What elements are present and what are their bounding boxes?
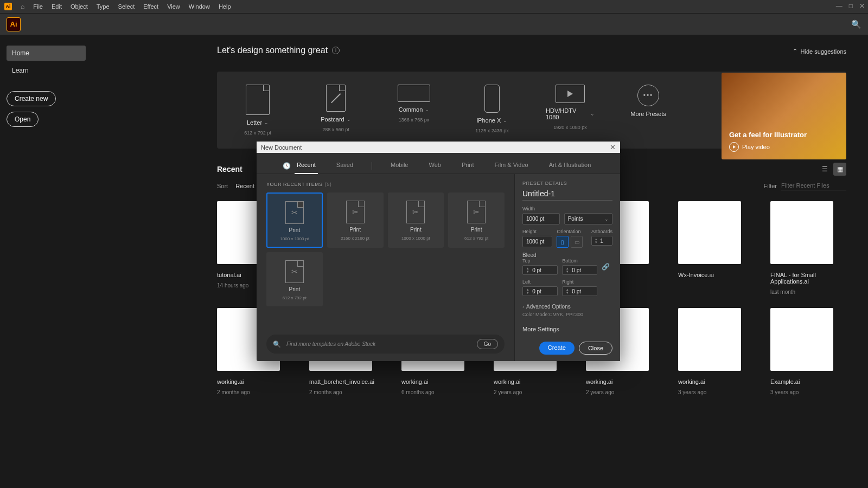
artboards-label: Artboards (591, 229, 612, 234)
preset-hdtv[interactable]: HDV/HDTV 1080⌄ 1920 x 1080 px (546, 85, 595, 130)
file-name: Wx-Invoice.ai (678, 272, 754, 278)
recent-preset-item[interactable]: ✂ Print 1000 x 1000 pt (266, 192, 323, 248)
menu-object[interactable]: Object (71, 3, 88, 10)
file-time: 3 years ago (770, 389, 846, 395)
home-icon[interactable]: ⌂ (21, 3, 24, 10)
recent-preset-item[interactable]: ✂ Print 2160 x 2160 pt (327, 192, 384, 248)
open-button[interactable]: Open (7, 112, 39, 127)
menu-help[interactable]: Help (219, 3, 231, 10)
recent-preset-item[interactable]: ✂ Print 1000 x 1000 pt (388, 192, 444, 248)
preset-iphone[interactable]: iPhone X⌄ 1125 x 2436 px (468, 85, 516, 133)
file-name: matt_borchert_invoice.ai (309, 378, 385, 385)
tab-print[interactable]: Print (459, 158, 476, 174)
preset-doc-icon: ✂ (467, 201, 486, 223)
modal-titlebar: New Document ✕ (257, 142, 620, 153)
file-name: Example.ai (770, 378, 846, 385)
file-name: FINAL - for Small Applications.ai (770, 272, 846, 285)
recent-file[interactable]: working.ai 3 years ago (678, 308, 754, 395)
more-presets[interactable]: ••• More Presets (624, 85, 673, 117)
preset-doc-icon: ✂ (346, 201, 365, 223)
chevron-down-icon: ⌄ (347, 117, 351, 122)
width-input[interactable] (522, 213, 560, 224)
more-settings[interactable]: More Settings (522, 326, 612, 332)
close-icon[interactable]: ✕ (859, 2, 865, 10)
tab-web[interactable]: Web (426, 158, 443, 174)
preset-letter[interactable]: Letter⌄ 612 x 792 pt (233, 85, 282, 136)
maximize-icon[interactable]: □ (849, 2, 853, 10)
preset-doc-icon: ✂ (285, 201, 304, 224)
sidebar-home[interactable]: Home (7, 46, 86, 61)
orientation-portrait[interactable]: ▯ (557, 236, 569, 248)
artboards-input[interactable]: ▴▾ (591, 236, 612, 246)
width-label: Width (522, 206, 560, 211)
modal-close-icon[interactable]: ✕ (610, 143, 616, 151)
file-name: working.ai (678, 378, 754, 385)
menu-window[interactable]: Window (189, 3, 210, 10)
recent-file[interactable]: FINAL - for Small Applications.ai last m… (770, 201, 846, 295)
height-input[interactable] (522, 236, 552, 247)
menu-effect[interactable]: Effect (143, 3, 158, 10)
filter-label: Filter (764, 183, 777, 189)
tab-recent[interactable]: Recent (295, 158, 318, 174)
tab-art[interactable]: Art & Illustration (547, 158, 593, 174)
file-time: 2 months ago (309, 389, 385, 395)
file-time: 3 years ago (678, 389, 754, 395)
heading-text: Let's design something great (217, 46, 328, 55)
bleed-bottom-input[interactable]: ▴▾ (562, 265, 597, 275)
sidebar: Home Learn Create new Open (0, 35, 92, 488)
menu-type[interactable]: Type (97, 3, 110, 10)
hide-suggestions[interactable]: ⌃ Hide suggestions (793, 48, 846, 55)
chevron-down-icon: ⌄ (425, 107, 429, 112)
file-name: working.ai (401, 378, 477, 385)
tab-film[interactable]: Film & Video (493, 158, 531, 174)
document-name-input[interactable]: Untitled-1 (522, 189, 612, 201)
file-thumbnail (770, 308, 833, 371)
file-time: 2 years ago (494, 389, 570, 395)
toolbar: Ai 🔍 (0, 13, 868, 35)
file-name: working.ai (494, 378, 570, 385)
recent-file[interactable]: Example.ai 3 years ago (770, 308, 846, 395)
info-icon[interactable]: i (332, 47, 340, 54)
filter-input[interactable] (781, 181, 846, 190)
create-new-button[interactable]: Create new (7, 91, 56, 106)
doc-icon (326, 85, 346, 112)
menu-file[interactable]: File (33, 3, 43, 10)
search-icon[interactable]: 🔍 (851, 20, 861, 29)
recent-file[interactable]: Wx-Invoice.ai (678, 201, 754, 295)
chevron-up-icon: ⌃ (793, 48, 797, 55)
view-toggle: ☰ ▦ (818, 163, 846, 176)
recent-preset-item[interactable]: ✂ Print 612 x 792 pt (448, 192, 505, 248)
bleed-left-input[interactable]: ▴▾ (522, 286, 558, 296)
orientation-landscape[interactable]: ▭ (571, 236, 583, 248)
close-button[interactable]: Close (579, 342, 612, 355)
list-view-icon[interactable]: ☰ (818, 163, 831, 176)
sidebar-learn[interactable]: Learn (7, 63, 86, 78)
minimize-icon[interactable]: — (836, 2, 843, 10)
advanced-options[interactable]: ›Advanced Options (522, 304, 612, 310)
menu-view[interactable]: View (167, 3, 180, 10)
preset-postcard[interactable]: Postcard⌄ 288 x 560 pt (311, 85, 360, 132)
stock-placeholder[interactable]: Find more templates on Adobe Stock (286, 341, 471, 347)
grid-view-icon[interactable]: ▦ (833, 163, 846, 176)
recent-items-label: YOUR RECENT ITEMS(5) (266, 182, 505, 187)
create-button[interactable]: Create (539, 342, 575, 355)
preset-details-panel: PRESET DETAILS Untitled-1 Width Points⌄ (514, 174, 620, 361)
preset-common[interactable]: Common⌄ 1366 x 768 px (390, 85, 438, 123)
link-icon[interactable]: 🔗 (602, 263, 612, 271)
menu-edit[interactable]: Edit (52, 3, 62, 10)
sort-value[interactable]: Recent (235, 183, 254, 189)
feature-card[interactable]: Get a feel for Illustrator Play video (722, 73, 846, 159)
tab-saved[interactable]: Saved (334, 158, 355, 174)
wide-icon (398, 85, 430, 102)
go-button[interactable]: Go (477, 339, 498, 349)
recent-preset-item[interactable]: ✂ Print 612 x 792 pt (266, 252, 323, 306)
bleed-right-input[interactable]: ▴▾ (562, 286, 597, 296)
tab-mobile[interactable]: Mobile (388, 158, 410, 174)
play-video[interactable]: Play video (729, 142, 839, 152)
page-heading: Let's design something great i (217, 46, 846, 55)
menu-select[interactable]: Select (118, 3, 135, 10)
doc-icon (246, 85, 270, 115)
stock-search: 🔍 Find more templates on Adobe Stock Go (266, 335, 505, 354)
units-select[interactable]: Points⌄ (564, 213, 612, 224)
bleed-top-input[interactable]: ▴▾ (522, 265, 558, 275)
